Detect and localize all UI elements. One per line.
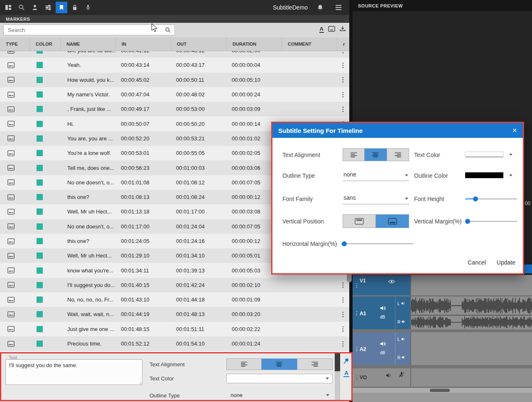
marker-color-swatch[interactable] [37, 135, 43, 142]
row-menu-button[interactable]: ⋮ [337, 340, 349, 348]
marker-color-swatch[interactable] [37, 106, 43, 112]
subtitle-box-icon[interactable] [328, 26, 335, 34]
speaker-icon[interactable] [401, 302, 405, 306]
marker-color-swatch[interactable] [37, 326, 43, 332]
font-family-dropdown[interactable]: sans [343, 192, 409, 204]
import-icon[interactable] [339, 25, 346, 34]
align-center-button[interactable] [365, 148, 387, 161]
table-row[interactable]: I'll suggest you do... 00:01:40:15 00:01… [0, 278, 349, 292]
speaker-icon[interactable] [401, 337, 405, 342]
marker-color-swatch[interactable] [37, 77, 43, 83]
row-menu-button[interactable]: ⋮ [337, 51, 349, 54]
speaker-icon[interactable] [386, 372, 392, 380]
user-flow-icon[interactable] [29, 2, 41, 13]
marker-color-swatch[interactable] [37, 238, 43, 244]
track-a1-content[interactable] [410, 297, 532, 329]
row-menu-button[interactable]: ⋮ [337, 91, 349, 98]
outline-type-dropdown[interactable]: none [226, 390, 333, 400]
update-button[interactable]: Update [497, 259, 515, 266]
vertical-margin-slider[interactable] [465, 219, 517, 224]
slider-thumb[interactable] [473, 196, 478, 201]
search-submit-icon[interactable] [162, 27, 174, 33]
lock-icon[interactable] [69, 2, 81, 13]
speaker-icon[interactable] [402, 355, 406, 360]
close-icon[interactable]: ✕ [512, 127, 517, 134]
mic-muted-icon[interactable] [398, 371, 405, 380]
slider-thumb[interactable] [342, 241, 347, 246]
drag-handle-icon[interactable]: ⋮ [354, 346, 360, 352]
align-left-button[interactable] [226, 358, 262, 370]
sliders-icon[interactable] [42, 2, 54, 13]
marker-color-swatch[interactable] [37, 179, 43, 186]
row-menu-button[interactable]: ⋮ [337, 105, 349, 113]
marker-color-swatch[interactable] [37, 297, 43, 303]
hidden-blue-button[interactable] [524, 265, 532, 273]
bell-icon[interactable] [314, 2, 326, 13]
position-top-button[interactable] [343, 214, 376, 228]
marker-color-swatch[interactable] [37, 150, 43, 156]
table-row[interactable]: Just give me one ... 00:01:48:15 00:01:5… [0, 322, 349, 336]
row-menu-button[interactable]: ⋮ [337, 296, 349, 304]
track-v1-header[interactable]: ⋮ V1 [353, 275, 410, 295]
mic-icon[interactable] [82, 2, 94, 13]
slider-thumb[interactable] [465, 219, 470, 224]
position-bottom-button[interactable] [376, 214, 409, 228]
marker-color-swatch[interactable] [37, 341, 43, 347]
horizontal-margin-slider[interactable] [341, 241, 413, 246]
drag-handle-icon[interactable]: ⋮ [354, 374, 360, 381]
row-menu-button[interactable]: ⋮ [337, 281, 349, 289]
table-row[interactable]: Wait, wait, wait, n... 00:01:44:19 00:01… [0, 307, 349, 321]
font-style-icon[interactable]: A [319, 26, 324, 33]
marker-icon[interactable] [56, 2, 67, 13]
menu-icon[interactable] [333, 2, 344, 13]
visibility-eye-icon[interactable] [388, 278, 395, 286]
row-menu-button[interactable]: ⋮ [337, 76, 349, 83]
outline-color-dropdown[interactable] [465, 172, 512, 178]
search-input[interactable] [4, 27, 162, 33]
marker-color-swatch[interactable] [37, 91, 43, 98]
table-row[interactable]: Precious time. 00:01:52:12 00:01:54:10 0… [0, 336, 349, 351]
align-center-button[interactable] [262, 358, 297, 370]
marker-color-swatch[interactable] [37, 165, 43, 171]
cancel-button[interactable]: Cancel [468, 259, 486, 266]
font-height-slider[interactable] [465, 196, 517, 201]
table-row[interactable]: Yeah. 00:00:43:14 00:00:43:17 00:00:00:0… [0, 58, 349, 72]
text-color-dropdown[interactable] [226, 374, 333, 383]
track-a2-content[interactable] [410, 332, 532, 365]
table-row[interactable]: No, no, no, no, Fr... 00:01:43:10 00:01:… [0, 292, 349, 307]
font-style-icon[interactable]: A [343, 370, 349, 377]
timeline-scrollbar-thumb[interactable] [430, 389, 450, 392]
drag-handle-icon[interactable]: ⋮ [354, 310, 360, 316]
marker-color-swatch[interactable] [37, 252, 43, 259]
align-right-button[interactable] [387, 148, 409, 161]
table-row[interactable]: My name's Victor. 00:00:47:04 00:00:48:0… [0, 87, 349, 102]
marker-color-swatch[interactable] [37, 51, 43, 54]
marker-color-swatch[interactable] [37, 223, 43, 230]
table-row[interactable]: , Frank, just like ... 00:00:49:17 00:00… [0, 102, 349, 116]
marker-color-swatch[interactable] [37, 121, 43, 127]
table-row[interactable]: Oh, you are so will... 00:00:41:12 00:00… [0, 51, 349, 58]
track-a1-header[interactable]: ⋮ A1 dB L R [353, 297, 410, 329]
marker-color-swatch[interactable] [37, 194, 43, 200]
table-row[interactable]: How would, you k... 00:00:45:02 00:00:50… [0, 73, 349, 87]
track-a2-header[interactable]: ⋮ A2 dB L R [353, 332, 410, 365]
pin-icon[interactable] [343, 358, 350, 366]
drag-handle-icon[interactable]: ⋮ [354, 282, 360, 289]
editor-scrollbar-thumb[interactable] [335, 353, 340, 371]
track-vo-header[interactable]: ⋮ VO [353, 368, 410, 387]
speaker-icon[interactable] [402, 320, 406, 324]
row-menu-button[interactable]: ⋮ [337, 325, 349, 333]
subtitle-text-input[interactable]: I'll suggest you do the same. [5, 359, 142, 385]
speaker-icon[interactable] [380, 305, 386, 312]
marker-color-swatch[interactable] [37, 267, 43, 274]
align-right-button[interactable] [297, 358, 333, 370]
marker-color-swatch[interactable] [37, 208, 43, 215]
row-menu-button[interactable]: ⋮ [337, 61, 349, 69]
marker-color-swatch[interactable] [37, 311, 43, 317]
marker-color-swatch[interactable] [37, 282, 43, 288]
track-vo-content[interactable] [410, 368, 532, 387]
columns-icon[interactable] [2, 2, 14, 13]
search-icon[interactable] [16, 2, 27, 13]
row-menu-button[interactable]: ⋮ [337, 311, 349, 318]
speaker-icon[interactable] [380, 341, 386, 348]
